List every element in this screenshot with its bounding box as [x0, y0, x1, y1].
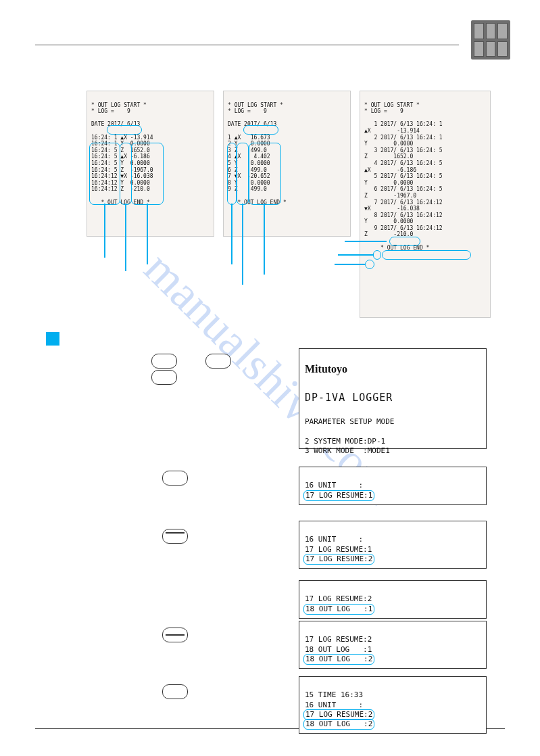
lead-1c — [147, 204, 148, 264]
lead-2a — [231, 204, 232, 264]
keypad-icon — [471, 20, 510, 60]
lcd-b: 16 UNIT : 17 LOG RESUME:1 17 LOG RESUME:… — [299, 521, 487, 569]
slip1-date: 2017/ 6/13 — [107, 121, 140, 127]
slip1-r0-t: 16:24: 1 — [91, 135, 118, 141]
key-blank-3 — [205, 354, 231, 369]
print-slip-3: * OUT LOG START * * LOG = 9 1 2017/ 6/13… — [360, 91, 491, 318]
key-up — [162, 529, 188, 544]
lcd-d: 17 LOG RESUME:2 18 OUT LOG :1 18 OUT LOG… — [299, 621, 487, 669]
lead-3a — [338, 254, 373, 256]
section-marker — [46, 332, 59, 346]
hl-a: 17 LOG RESUME:1 — [303, 490, 374, 501]
slip1-h2: * LOG = 9 — [91, 108, 130, 114]
key-blank-2 — [151, 370, 177, 385]
lead-1a — [104, 204, 105, 258]
lcd-sub: PARAMETER SETUP MODE — [305, 417, 394, 426]
print-slip-1: * OUT LOG START * * LOG = 9 DATE 2017/ 6… — [87, 91, 214, 237]
lead-3b — [335, 264, 365, 265]
slip1-date-label: DATE — [91, 121, 104, 127]
hl-c: 18 OUT LOG :1 — [303, 604, 374, 615]
lcd-main: Mitutoyo DP-1VA LOGGER PARAMETER SETUP M… — [299, 348, 487, 449]
lcd-a: 16 UNIT : 17 LOG RESUME:1 — [299, 467, 487, 505]
key-blank-4 — [162, 471, 188, 486]
hl-d: 18 OUT LOG :2 — [303, 654, 374, 665]
lcd-c: 17 LOG RESUME:2 18 OUT LOG :1 — [299, 580, 487, 619]
slip1-h1: * OUT LOG START * — [91, 102, 147, 108]
lead-1b — [125, 204, 126, 271]
lead-2b — [242, 204, 243, 285]
hl-b: 17 LOG RESUME:2 — [303, 554, 374, 565]
lead-3c — [345, 241, 387, 242]
key-mid — [162, 628, 188, 642]
top-rule — [35, 45, 459, 45]
lcd-title: DP-1VA LOGGER — [305, 392, 481, 405]
key-blank-5 — [162, 684, 188, 699]
hl-e2: 18 OUT LOG :2 — [303, 719, 374, 730]
lcd-brand: Mitutoyo — [305, 362, 481, 377]
lcd-e: 15 TIME 16:33 16 UNIT : 17 LOG RESUME:2 … — [299, 676, 487, 734]
key-blank-1 — [151, 354, 177, 369]
lead-2c — [264, 204, 265, 275]
